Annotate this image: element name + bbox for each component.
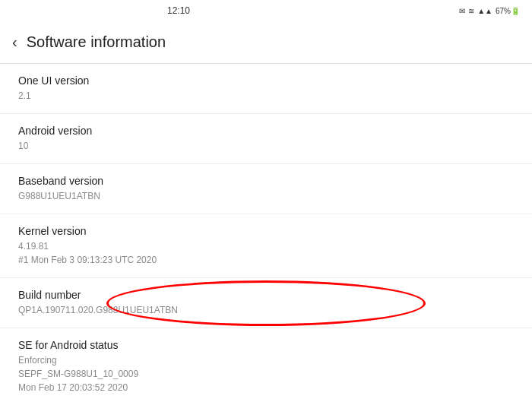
info-label-0: One UI version [18,74,514,87]
info-label-1: Android version [18,125,514,137]
info-item-3: Kernel version4.19.81#1 Mon Feb 3 09:13:… [0,214,532,278]
info-item-5: SE for Android statusEnforcingSEPF_SM-G9… [0,328,532,399]
info-item-4[interactable]: Build numberQP1A.190711.020.G988U1UEU1AT… [0,278,532,328]
status-bar: 12:10 ✉ ≋ ▲▲ 67%🔋 [0,0,532,21]
info-value-1: 10 [18,139,514,153]
info-item-1: Android version10 [0,114,532,164]
info-item-0: One UI version2.1 [0,64,532,114]
info-label-5: SE for Android status [18,339,514,351]
info-value-0: 2.1 [18,89,514,103]
info-label-3: Kernel version [18,225,514,237]
message-icon: ✉ [459,7,465,15]
wifi-icon: ≋ [468,7,474,15]
info-value-2: G988U1UEU1ATBN [18,189,514,203]
signal-icon: ▲▲ [477,7,492,15]
status-time: 12:10 [167,5,190,16]
back-button[interactable]: ‹ [12,33,17,51]
battery-icon: 67%🔋 [496,7,520,15]
info-value-3: 4.19.81#1 Mon Feb 3 09:13:23 UTC 2020 [18,239,514,267]
header: ‹ Software information [0,21,532,64]
page-title: Software information [27,33,166,51]
content-area: One UI version2.1Android version10Baseba… [0,64,532,399]
info-label-2: Baseband version [18,175,514,187]
info-item-2: Baseband versionG988U1UEU1ATBN [0,164,532,214]
info-value-4: QP1A.190711.020.G988U1UEU1ATBN [18,303,514,317]
info-value-5: EnforcingSEPF_SM-G988U1_10_0009Mon Feb 1… [18,353,514,394]
status-icons: ✉ ≋ ▲▲ 67%🔋 [459,7,520,15]
info-label-4: Build number [18,289,514,301]
